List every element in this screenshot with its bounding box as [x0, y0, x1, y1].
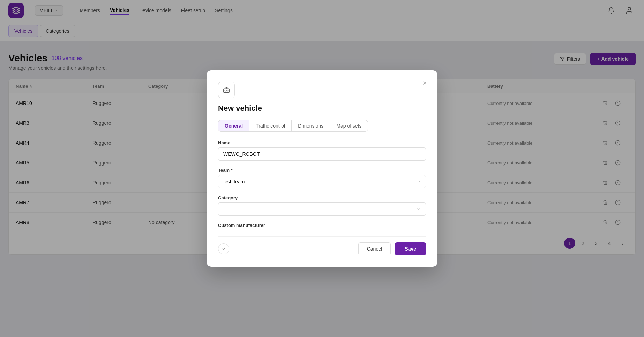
svg-point-10 [225, 90, 226, 91]
svg-point-12 [226, 87, 227, 88]
manufacturer-field-group: Custom manufacturer [218, 223, 426, 228]
name-input[interactable] [218, 147, 426, 161]
cancel-button[interactable]: Cancel [358, 242, 391, 255]
modal-icon [218, 82, 235, 98]
modal-close-button[interactable]: × [419, 77, 430, 89]
modal-tab-general[interactable]: General [218, 120, 249, 131]
robot-icon [223, 86, 230, 94]
modal-action-buttons: Cancel Save [358, 242, 426, 255]
save-button[interactable]: Save [395, 242, 426, 255]
svg-rect-9 [224, 89, 230, 92]
name-label: Name [218, 140, 426, 145]
modal-title: New vehicle [218, 104, 426, 113]
category-field-group: Category No category Category A [218, 195, 426, 216]
modal-tab-map-offsets[interactable]: Map offsets [330, 120, 368, 131]
modal-tab-traffic[interactable]: Traffic control [249, 120, 292, 131]
team-label: Team * [218, 168, 426, 173]
svg-point-11 [227, 90, 228, 91]
modal-tab-dimensions[interactable]: Dimensions [292, 120, 330, 131]
team-select[interactable]: test_team Ruggero Default [218, 175, 426, 188]
modal-tabs: General Traffic control Dimensions Map o… [218, 120, 368, 132]
modal-footer: Cancel Save [218, 236, 426, 255]
new-vehicle-modal: × New vehicle General Traffic control Di… [207, 70, 437, 267]
scroll-down-indicator[interactable] [218, 243, 229, 254]
modal-overlay: × New vehicle General Traffic control Di… [0, 0, 644, 337]
manufacturer-label: Custom manufacturer [218, 223, 426, 228]
chevron-down-scroll-icon [221, 246, 226, 251]
name-field-group: Name [218, 140, 426, 161]
category-label: Category [218, 195, 426, 200]
category-select[interactable]: No category Category A [218, 202, 426, 216]
team-field-group: Team * test_team Ruggero Default [218, 168, 426, 188]
